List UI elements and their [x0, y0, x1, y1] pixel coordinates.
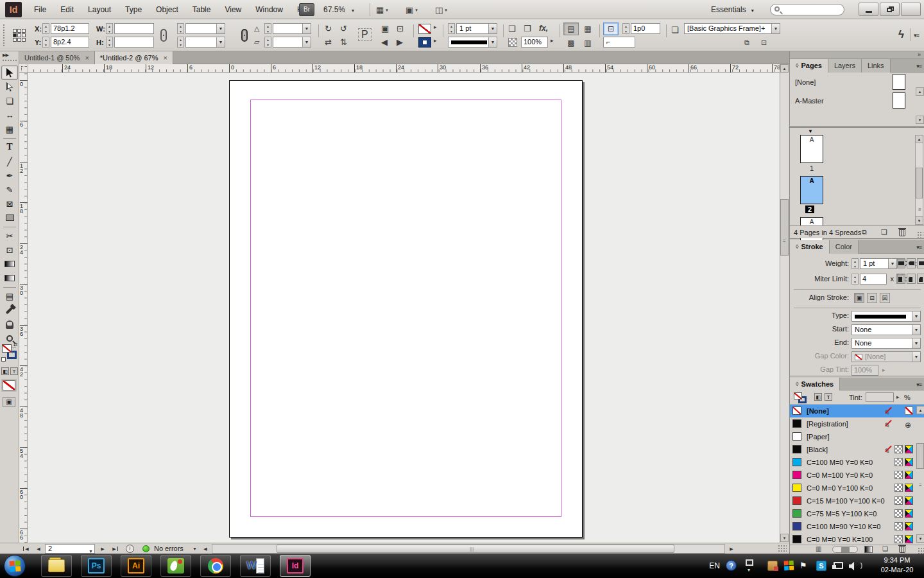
stroke-type-combo[interactable]: ▼	[448, 37, 497, 48]
swatch-row[interactable]: C=0 M=100 Y=0 K=0 ✎ ⊕	[790, 469, 924, 482]
new-page-icon[interactable]: ❏	[881, 228, 887, 236]
clipboard-tray-icon[interactable]	[767, 561, 778, 571]
resize-grip[interactable]	[778, 545, 787, 553]
panel-splitter[interactable]	[790, 126, 924, 128]
type-tool[interactable]: T	[1, 140, 18, 154]
swatches-scroll-thumb[interactable]	[916, 443, 924, 469]
menu-item[interactable]: Edit	[53, 0, 81, 19]
masters-scroll-up[interactable]: ▲	[916, 87, 924, 96]
wrap-jump-button[interactable]: ▥	[580, 37, 595, 49]
fill-expand-icon[interactable]: ▸	[434, 24, 437, 30]
tab-layers[interactable]: Layers	[828, 59, 862, 73]
panel-menu-icon[interactable]: ▾≡	[916, 381, 921, 388]
screen-mode-button-toolbar[interactable]: ▣	[3, 397, 15, 407]
view-options-button[interactable]: ▦▾	[376, 4, 388, 16]
pasteboard[interactable]	[28, 73, 780, 543]
search-input[interactable]	[783, 5, 841, 14]
rotation-combo[interactable]: ▼	[273, 23, 311, 34]
control-panel-menu-icon[interactable]: ▾≡	[914, 32, 919, 39]
corner-radius-spinner[interactable]: ▲▼	[622, 23, 629, 34]
flip-horizontal-button[interactable]: ⇄	[325, 37, 332, 47]
wrap-object-shape-button[interactable]: ▩	[563, 37, 579, 49]
scroll-up-button[interactable]: ▲	[780, 64, 789, 73]
align-inside-button[interactable]: ⊡	[867, 293, 877, 303]
gradient-feather-tool[interactable]	[1, 271, 18, 285]
swatch-row[interactable]: C=15 M=100 Y=100 K=0 ✎ ⊕	[790, 495, 924, 507]
swatch-row[interactable]: [None] ✎ ⊕	[790, 405, 924, 417]
y-spinner[interactable]: ▲▼	[42, 37, 49, 48]
taskbar-illustrator[interactable]: Ai	[121, 555, 151, 577]
taskbar-photoshop[interactable]: Ps	[81, 555, 112, 577]
opacity-icon[interactable]	[508, 38, 517, 47]
last-page-button[interactable]: ▶	[109, 544, 119, 554]
effects-button[interactable]: fx,	[539, 24, 548, 33]
gap-tool[interactable]: ↔	[1, 108, 18, 122]
spread-item[interactable]: A 22	[790, 176, 912, 217]
object-style-combo[interactable]: [Basic Graphics Frame]+▼	[684, 23, 780, 34]
swatch-row[interactable]: C=75 M=5 Y=100 K=0 ✎ ⊕	[790, 507, 924, 520]
drop-shadow-button[interactable]: ❒	[524, 24, 531, 33]
delete-swatch-icon[interactable]	[899, 546, 905, 553]
scroll-right-button[interactable]: ▶	[726, 544, 737, 554]
w-field[interactable]	[114, 23, 154, 34]
show-color-swatches-toggle[interactable]	[832, 546, 858, 553]
swatch-row[interactable]: C=100 M=90 Y=10 K=0 ✎ ⊕	[790, 520, 924, 533]
swatch-row[interactable]: [Paper] ✎ ⊕	[790, 430, 924, 443]
pages-scrollbar[interactable]: ▲ ▼	[915, 135, 923, 225]
clock[interactable]: 9:34 PM 02-Mar-20	[873, 556, 921, 575]
master-row[interactable]: A-Master	[790, 91, 924, 110]
wrap-none-button[interactable]: ▤	[563, 22, 579, 35]
end-combo[interactable]: None▼	[851, 338, 921, 349]
panel-menu-icon[interactable]: ▾≡	[916, 244, 921, 250]
master-row[interactable]: [None]	[790, 73, 924, 91]
default-fill-stroke-icon[interactable]	[1, 357, 6, 362]
h-field[interactable]	[114, 37, 154, 48]
start-combo[interactable]: None▼	[851, 324, 921, 335]
y-field[interactable]: 8p2.4	[51, 37, 89, 48]
reference-point-proxy[interactable]	[13, 29, 26, 42]
wrap-bounding-box-button[interactable]: ▦	[580, 22, 595, 35]
page-thumbnail[interactable]: A	[800, 135, 823, 163]
close-button[interactable]	[901, 3, 921, 16]
formatting-affects-container-button[interactable]: ◧	[814, 393, 822, 401]
join-bevel-button[interactable]	[917, 274, 924, 284]
show-hidden-icons-button[interactable]	[746, 559, 753, 566]
spread-item[interactable]: A 11	[790, 135, 912, 176]
h-spinner[interactable]: ▲▼	[106, 37, 113, 48]
swap-fill-stroke-icon[interactable]: ⇄	[13, 342, 18, 347]
scale-x-spinner[interactable]: ▲▼	[177, 23, 184, 34]
panel-resize-grip[interactable]	[917, 231, 923, 238]
document-tab[interactable]: Untitled-1 @ 50% ×	[19, 51, 95, 64]
taskbar-chrome[interactable]	[200, 555, 231, 577]
menu-item[interactable]: Object	[149, 0, 185, 19]
constrain-dimensions-icon[interactable]	[160, 29, 167, 42]
volume-icon[interactable]	[849, 561, 857, 571]
close-icon[interactable]: ×	[85, 54, 89, 62]
tab-stroke[interactable]: ◊Stroke	[790, 240, 830, 254]
horizontal-scroll-thumb[interactable]	[277, 545, 674, 553]
join-miter-button[interactable]	[896, 274, 905, 284]
cap-butt-button[interactable]	[896, 258, 905, 268]
fill-proxy-small[interactable]	[794, 392, 802, 399]
direct-selection-tool[interactable]	[1, 80, 18, 94]
formatting-affects-container-button[interactable]: ◧	[1, 367, 9, 375]
swatch-row[interactable]: [Registration] ✎ ⊕	[790, 417, 924, 430]
content-collector-tool[interactable]: ▦	[1, 122, 18, 136]
next-page-button[interactable]: ▶	[98, 544, 108, 554]
formatting-affects-text-button[interactable]: T	[10, 367, 18, 375]
rotate-cw-button[interactable]: ↻	[325, 24, 332, 33]
restore-button[interactable]	[880, 3, 900, 16]
free-transform-tool[interactable]: ⊡	[1, 243, 18, 257]
pencil-tool[interactable]: ✎	[1, 182, 18, 197]
dock-collapse-icon[interactable]: »	[918, 51, 921, 58]
eyedropper-tool[interactable]	[1, 303, 18, 317]
stroke-weight-combo[interactable]: 1 pt▼	[456, 23, 497, 34]
pages-scroll-down[interactable]: ▼	[915, 216, 923, 225]
swatch-row[interactable]: C=100 M=0 Y=0 K=0 ✎ ⊕	[790, 456, 924, 469]
stroke-weight-spinner[interactable]: ▲▼	[448, 23, 455, 34]
stroke-expand-icon[interactable]: ▸	[434, 37, 437, 44]
scale-x-combo[interactable]: ▼	[185, 23, 225, 34]
note-tool[interactable]: ▤	[1, 289, 18, 303]
pages-scroll-thumb[interactable]	[916, 168, 923, 198]
menu-item[interactable]: View	[218, 0, 248, 19]
